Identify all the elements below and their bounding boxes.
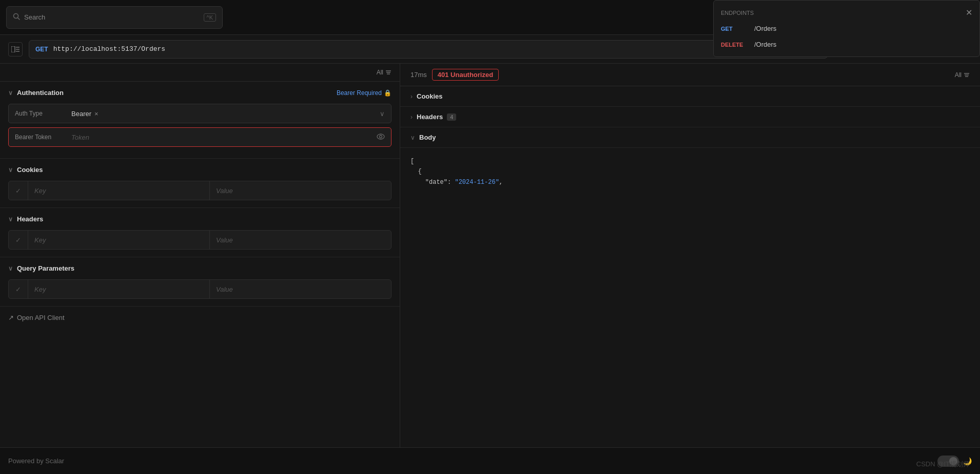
search-icon — [13, 13, 20, 22]
response-headers-title: Headers — [417, 113, 443, 121]
auth-type-dropdown-arrow[interactable]: ∨ — [380, 110, 385, 118]
dropdown-item-get-orders[interactable]: GET /Orders — [714, 21, 979, 36]
json-line-1: [ — [410, 156, 970, 166]
cookies-header[interactable]: ∨ Cookies — [8, 166, 391, 174]
clear-auth-type-button[interactable]: × — [94, 110, 99, 118]
response-body-header[interactable]: ∨ Body — [410, 134, 970, 141]
bearer-token-row[interactable]: Bearer Token Token — [8, 127, 391, 147]
left-filter-all[interactable]: All — [377, 69, 391, 76]
authentication-title: ∨ Authentication — [8, 89, 64, 97]
left-panel: All ∨ Authentication Bearer Required 🔒 — [0, 64, 400, 447]
query-params-section: ∨ Query Parameters ✓ Key Value — [0, 257, 400, 307]
left-filter-bar: All — [0, 64, 400, 82]
response-status-area: 17ms 401 Unauthorized — [410, 69, 499, 81]
json-line-3: "date": "2024-11-26", — [410, 177, 970, 187]
authentication-header[interactable]: ∨ Authentication Bearer Required 🔒 — [8, 89, 391, 97]
bearer-required-badge: Bearer Required 🔒 — [337, 89, 391, 97]
right-filter-all[interactable]: All — [955, 71, 970, 79]
search-shortcut: ^K — [204, 13, 217, 22]
cookies-key-input[interactable]: Key — [28, 181, 210, 200]
dropdown-label: ENDPOINTS — [721, 10, 754, 16]
query-value-input[interactable]: Value — [210, 280, 391, 298]
content-area: All ∨ Authentication Bearer Required 🔒 — [0, 64, 980, 447]
endpoint-path-delete: /Orders — [754, 41, 776, 48]
sidebar-toggle-button[interactable] — [8, 42, 23, 56]
search-box[interactable]: Search ^K — [6, 6, 223, 29]
response-body-section: ∨ Body — [400, 127, 980, 148]
bearer-token-label: Bearer Token — [15, 134, 71, 141]
chevron-down-icon: ∨ — [410, 134, 415, 141]
headers-count: 4 — [447, 113, 456, 121]
headers-header[interactable]: ∨ Headers — [8, 215, 391, 223]
bottom-bar: Powered by Scalar 🌙 — [0, 447, 980, 474]
chevron-right-icon: › — [410, 93, 413, 100]
json-line-2: { — [410, 166, 970, 177]
auth-type-row[interactable]: Auth Type Bearer × ∨ — [8, 104, 391, 123]
chevron-down-icon: ∨ — [8, 265, 13, 272]
watermark: CSDN @IT规划师 — [916, 460, 970, 469]
top-bar: Search ^K ENDPOINTS ✕ GET /Orders DELETE… — [0, 0, 980, 35]
cookies-check[interactable]: ✓ — [9, 181, 28, 200]
query-params-title: ∨ Query Parameters — [8, 264, 74, 272]
response-body-title: Body — [419, 134, 436, 141]
cookies-kv-row: ✓ Key Value — [8, 181, 391, 200]
search-placeholder: Search — [24, 13, 204, 21]
query-params-header[interactable]: ∨ Query Parameters — [8, 264, 391, 272]
svg-point-12 — [380, 135, 382, 138]
bearer-token-input[interactable]: Token — [71, 134, 89, 141]
dropdown-item-delete-orders[interactable]: DELETE /Orders — [714, 36, 979, 52]
headers-kv-row: ✓ Key Value — [8, 230, 391, 250]
dropdown-header: ENDPOINTS ✕ — [714, 5, 979, 21]
method-badge-get: GET — [721, 26, 749, 32]
powered-by-label: Powered by Scalar — [8, 457, 64, 465]
open-api-link-label: Open API Client — [17, 314, 65, 321]
method-label: GET — [35, 46, 48, 53]
auth-type-value: Bearer × ∨ — [71, 110, 385, 118]
svg-rect-2 — [11, 46, 15, 52]
response-cookies-title: Cookies — [417, 92, 443, 100]
response-cookies-header[interactable]: › Cookies — [410, 92, 970, 100]
response-headers-section: › Headers 4 — [400, 107, 980, 127]
query-key-input[interactable]: Key — [28, 280, 210, 298]
auth-type-label: Auth Type — [15, 110, 71, 117]
query-check[interactable]: ✓ — [9, 280, 28, 298]
svg-line-1 — [18, 18, 20, 20]
endpoint-dropdown: ENDPOINTS ✕ GET /Orders DELETE /Orders — [713, 0, 980, 57]
response-cookies-section: › Cookies — [400, 86, 980, 107]
url-bar: GET http://localhost:5137/Orders — [29, 40, 828, 59]
query-params-kv-row: ✓ Key Value — [8, 279, 391, 299]
method-badge-delete: DELETE — [721, 42, 749, 48]
json-output: [ { "date": "2024-11-26", — [400, 148, 980, 196]
cookies-title: ∨ Cookies — [8, 166, 43, 174]
headers-check[interactable]: ✓ — [9, 231, 28, 249]
authentication-section: ∨ Authentication Bearer Required 🔒 Auth … — [0, 82, 400, 159]
response-headers-header[interactable]: › Headers 4 — [410, 113, 970, 121]
svg-point-11 — [377, 134, 384, 139]
headers-value-input[interactable]: Value — [210, 231, 391, 249]
headers-key-input[interactable]: Key — [28, 231, 210, 249]
cookies-section: ∨ Cookies ✓ Key Value — [0, 159, 400, 208]
right-panel: 17ms 401 Unauthorized All › Cookies — [400, 64, 980, 447]
close-icon[interactable]: ✕ — [966, 8, 972, 17]
eye-icon[interactable] — [377, 134, 385, 141]
chevron-down-icon: ∨ — [8, 216, 13, 223]
open-api-client-link[interactable]: ↗ Open API Client — [0, 307, 400, 329]
chevron-right-icon: › — [410, 113, 413, 121]
url-input[interactable]: http://localhost:5137/Orders — [53, 45, 165, 53]
chevron-down-icon: ∨ — [8, 89, 13, 97]
cookies-value-input[interactable]: Value — [210, 181, 391, 200]
headers-title: ∨ Headers — [8, 215, 43, 223]
status-badge: 401 Unauthorized — [432, 69, 499, 81]
response-time: 17ms — [410, 71, 427, 79]
response-filter-bar: 17ms 401 Unauthorized All — [400, 64, 980, 86]
headers-section: ∨ Headers ✓ Key Value — [0, 208, 400, 257]
endpoint-path: /Orders — [754, 25, 776, 32]
chevron-down-icon: ∨ — [8, 166, 13, 174]
